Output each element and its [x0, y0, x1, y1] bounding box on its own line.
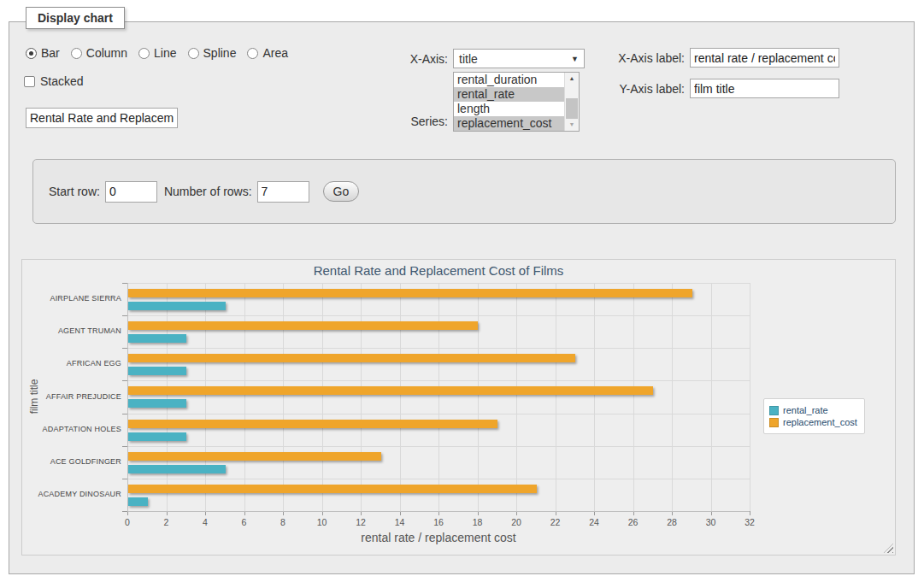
x-tick-label: 20 — [499, 517, 533, 527]
x-tick-label: 0 — [110, 517, 144, 527]
bar-replacement_cost[interactable] — [128, 289, 692, 297]
chart-type-radio-area[interactable]: Area — [247, 46, 288, 60]
x-tick-label: 2 — [150, 517, 184, 527]
category-label: ACADEMY DINOSAUR — [29, 490, 121, 498]
x-tick-label: 22 — [539, 517, 573, 527]
x-tick-label: 32 — [733, 517, 767, 527]
start-row-input[interactable] — [105, 181, 157, 203]
number-of-rows-input[interactable] — [257, 181, 309, 203]
legend-swatch — [769, 406, 779, 415]
resize-handle-icon[interactable] — [884, 544, 893, 553]
series-select-label: Series: — [345, 115, 448, 128]
x-axis-select-label: X-Axis: — [345, 52, 448, 66]
x-tick-label: 26 — [616, 517, 650, 527]
row-range-panel: Start row: Number of rows: Go — [32, 159, 896, 224]
x-tick-label: 28 — [655, 517, 689, 527]
series-option-length[interactable]: length — [454, 102, 564, 116]
radio-icon[interactable] — [71, 48, 82, 59]
chart-type-radio-line[interactable]: Line — [138, 46, 176, 60]
x-tick-label: 6 — [227, 517, 262, 527]
radio-icon[interactable] — [247, 48, 258, 59]
start-row-label: Start row: — [49, 185, 100, 198]
chart-type-radio-spline[interactable]: Spline — [188, 46, 237, 60]
y-gridline — [127, 348, 750, 349]
x-gridline — [400, 283, 401, 511]
bar-rental_rate[interactable] — [128, 465, 226, 473]
bar-replacement_cost[interactable] — [128, 420, 497, 428]
x-tick-label: 10 — [305, 517, 339, 527]
go-button[interactable]: Go — [323, 181, 360, 202]
category-label: AFRICAN EGG — [29, 359, 121, 367]
legend-item-rental_rate[interactable]: rental_rate — [769, 405, 857, 415]
bar-rental_rate[interactable] — [128, 334, 186, 343]
bar-replacement_cost[interactable] — [128, 386, 653, 395]
y-gridline — [127, 414, 750, 414]
x-axis-label-input[interactable] — [690, 48, 839, 68]
radio-icon[interactable] — [188, 48, 199, 59]
x-gridline — [361, 283, 362, 511]
x-tick-label: 24 — [577, 517, 611, 527]
scroll-thumb[interactable] — [566, 98, 578, 119]
category-label: ADAPTATION HOLES — [29, 425, 121, 433]
series-option-rental_duration[interactable]: rental_duration — [454, 73, 564, 87]
bar-rental_rate[interactable] — [128, 302, 226, 310]
x-axis-select[interactable]: title ▼ — [453, 49, 585, 68]
scroll-down-icon[interactable]: ▼ — [565, 119, 579, 131]
radio-icon[interactable] — [138, 48, 150, 59]
x-tick-label: 14 — [383, 517, 417, 527]
y-gridline — [127, 446, 750, 447]
radio-label: Area — [262, 46, 288, 60]
y-axis-label-input[interactable] — [690, 79, 839, 98]
x-gridline — [633, 283, 634, 511]
bar-rental_rate[interactable] — [128, 399, 186, 408]
radio-label: Bar — [41, 46, 60, 60]
radio-icon[interactable] — [26, 48, 37, 59]
radio-label: Column — [86, 46, 127, 60]
x-tick-label: 4 — [188, 517, 222, 527]
x-gridline — [711, 283, 712, 511]
chart-type-radio-bar[interactable]: Bar — [26, 46, 60, 60]
x-tick-label: 8 — [266, 517, 300, 527]
x-gridline — [205, 283, 206, 511]
y-axis-label-label: Y-Axis label: — [582, 82, 685, 96]
radio-label: Spline — [203, 46, 237, 60]
legend-label: rental_rate — [783, 405, 828, 415]
bar-rental_rate[interactable] — [128, 497, 148, 506]
y-gridline — [127, 380, 750, 381]
series-option-rental_rate[interactable]: rental_rate — [454, 87, 564, 102]
series-option-replacement_cost[interactable]: replacement_cost — [454, 116, 564, 131]
bar-replacement_cost[interactable] — [128, 354, 575, 362]
series-scrollbar[interactable]: ▲ ▼ — [564, 73, 579, 131]
stacked-checkbox[interactable] — [24, 76, 35, 87]
chevron-down-icon: ▼ — [571, 55, 579, 63]
y-axis-line — [127, 283, 128, 511]
x-axis-label-label: X-Axis label: — [582, 51, 685, 65]
x-gridline — [322, 283, 323, 511]
radio-label: Line — [154, 46, 176, 60]
chart-title: Rental Rate and Replacement Cost of Film… — [127, 263, 750, 278]
stacked-row: Stacked — [24, 74, 84, 88]
bar-replacement_cost[interactable] — [128, 452, 381, 461]
x-gridline — [672, 283, 673, 511]
category-label: AGENT TRUMAN — [29, 326, 121, 335]
chart-title-input[interactable] — [26, 108, 178, 128]
category-label: ACE GOLDFINGER — [29, 457, 121, 466]
series-listbox[interactable]: rental_durationrental_ratelengthreplacem… — [453, 72, 580, 132]
x-tick — [750, 511, 750, 515]
bar-replacement_cost[interactable] — [128, 485, 537, 493]
bar-rental_rate[interactable] — [128, 367, 186, 375]
legend-item-replacement_cost[interactable]: replacement_cost — [769, 417, 857, 427]
x-gridline — [750, 283, 750, 511]
x-gridline — [438, 283, 439, 511]
x-axis-line — [127, 511, 750, 512]
bar-rental_rate[interactable] — [128, 432, 186, 441]
bar-replacement_cost[interactable] — [128, 321, 478, 330]
chart-type-radio-group: BarColumnLineSplineArea — [26, 46, 299, 60]
chart-type-radio-column[interactable]: Column — [71, 46, 127, 60]
x-gridline — [283, 283, 284, 511]
x-gridline — [167, 283, 168, 511]
x-tick-label: 12 — [344, 517, 378, 527]
scroll-up-icon[interactable]: ▲ — [565, 73, 579, 85]
fieldset-legend: Display chart — [26, 7, 125, 29]
x-tick-label: 16 — [421, 517, 456, 527]
